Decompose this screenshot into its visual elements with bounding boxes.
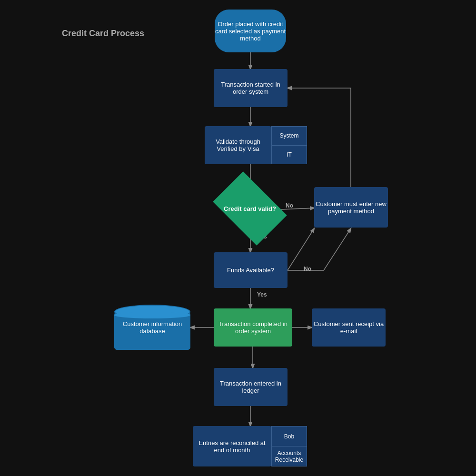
- customer-db-label: Customer information database: [114, 305, 190, 350]
- customer-db-shape: Customer information database: [114, 305, 190, 352]
- order-placed-shape: Order placed with credit card selected a…: [215, 10, 286, 52]
- transaction-completed-label: Transaction completed in order system: [214, 320, 292, 335]
- transaction-ledger-shape: Transaction entered in ledger: [214, 368, 288, 406]
- order-placed-label: Order placed with credit card selected a…: [215, 20, 286, 42]
- customer-receipt-shape: Customer sent receipt via e-mail: [312, 308, 386, 347]
- funds-available-label: Funds Available?: [227, 267, 274, 274]
- credit-card-valid-shape: Credit card valid?: [219, 187, 281, 230]
- validate-visa-shape: Validate through Verified by Visa: [205, 126, 271, 164]
- transaction-started-label: Transaction started in order system: [214, 81, 288, 95]
- swimlane-it-cell: IT: [272, 146, 307, 164]
- entries-reconciled-shape: Entries are reconciled at end of month: [193, 426, 271, 466]
- entries-reconciled-label: Entries are reconciled at end of month: [193, 439, 271, 454]
- credit-card-valid-label: Credit card valid?: [224, 205, 276, 212]
- customer-payment-label: Customer must enter new payment method: [314, 200, 388, 215]
- customer-receipt-label: Customer sent receipt via e-mail: [312, 320, 386, 335]
- no1-label: No: [286, 202, 293, 209]
- diagram-container: Credit Card Process: [0, 0, 476, 476]
- no2-label: No: [304, 266, 311, 272]
- transaction-completed-shape: Transaction completed in order system: [214, 308, 292, 347]
- transaction-ledger-label: Transaction entered in ledger: [214, 380, 288, 394]
- transaction-started-shape: Transaction started in order system: [214, 69, 288, 107]
- svg-line-5: [288, 228, 314, 270]
- reconcile-swimlane: Bob Accounts Receivable: [271, 426, 307, 466]
- validate-visa-label: Validate through Verified by Visa: [205, 138, 271, 152]
- swimlane-ar-cell: Accounts Receivable: [272, 446, 307, 466]
- diagram-title: Credit Card Process: [62, 29, 144, 39]
- swimlane-system-cell: System: [272, 127, 307, 146]
- customer-payment-shape: Customer must enter new payment method: [314, 187, 388, 228]
- funds-available-shape: Funds Available?: [214, 252, 288, 288]
- yes2-label: Yes: [257, 291, 267, 298]
- validate-swimlane: System IT: [271, 126, 307, 164]
- swimlane-bob-cell: Bob: [272, 426, 307, 446]
